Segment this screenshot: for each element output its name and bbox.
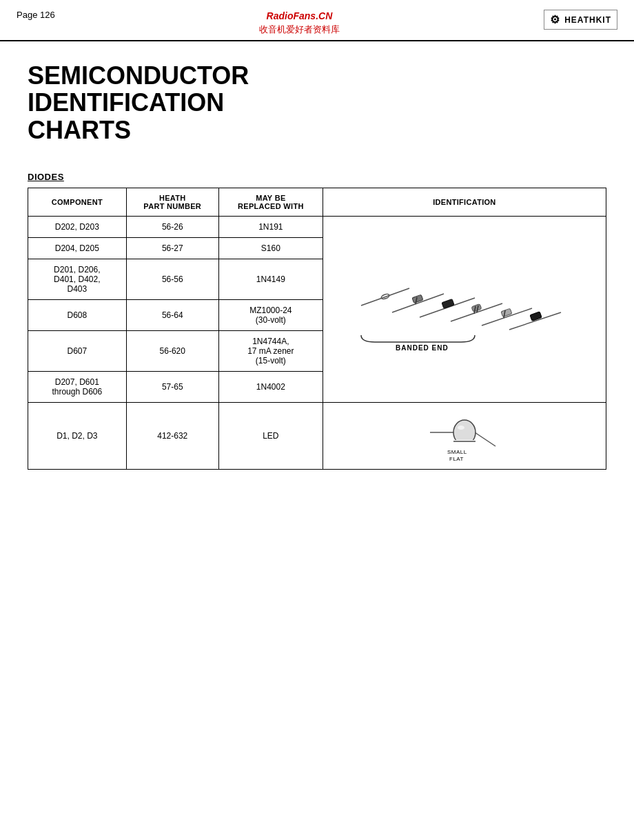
heath-cell: 56-620: [126, 330, 218, 371]
page-header: Page 126 RadioFans.CN 收音机爱好者资料库 ⚙ HEATHK…: [0, 0, 634, 41]
site-name: RadioFans.CN: [259, 10, 340, 23]
svg-text:SMALL: SMALL: [447, 449, 467, 455]
page-number: Page 126: [17, 10, 55, 20]
component-cell: D207, D601through D606: [28, 371, 127, 402]
svg-point-22: [458, 426, 464, 430]
heath-cell: 56-27: [126, 237, 218, 259]
heath-cell: 57-65: [126, 371, 218, 402]
svg-rect-6: [442, 299, 454, 309]
component-cell: D608: [28, 299, 127, 330]
logo-text: HEATHKIT: [564, 15, 611, 25]
led-illustration: SMALL FLAT: [330, 408, 599, 463]
col-header-replace: MAY BEREPLACED WITH: [218, 188, 323, 216]
diodes-table: COMPONENT HEATHPART NUMBER MAY BEREPLACE…: [28, 188, 606, 470]
heathkit-logo: ⚙ HEATHKIT: [544, 10, 617, 30]
replace-cell: LED: [218, 402, 323, 469]
table-row: D1, D2, D3 412-632 LED: [28, 402, 606, 469]
col-header-component: COMPONENT: [28, 188, 127, 216]
replace-cell: MZ1000-24(30-volt): [218, 299, 323, 330]
component-cell: D204, D205: [28, 237, 127, 259]
heath-cell: 56-56: [126, 259, 218, 299]
col-header-identification: IDENTIFICATION: [323, 188, 606, 216]
svg-line-18: [475, 432, 495, 446]
replace-cell: 1N4744A,17 mA zener(15-volt): [218, 330, 323, 371]
header-center: RadioFans.CN 收音机爱好者资料库: [259, 10, 340, 36]
site-subtitle: 收音机爱好者资料库: [259, 23, 340, 36]
replace-cell: 1N4002: [218, 371, 323, 402]
diodes-heading: DIODES: [28, 172, 606, 182]
diode-illustrations: BANDED END: [330, 268, 599, 350]
svg-line-0: [361, 288, 409, 306]
heath-cell: 56-64: [126, 299, 218, 330]
heath-cell: 56-26: [126, 216, 218, 237]
component-cell: D1, D2, D3: [28, 402, 127, 469]
page-title: SEMICONDUCTOR IDENTIFICATION CHARTS: [28, 62, 606, 144]
diode-id-cell: BANDED END: [323, 216, 606, 402]
replace-cell: S160: [218, 237, 323, 259]
component-cell: D607: [28, 330, 127, 371]
col-header-heath: HEATHPART NUMBER: [126, 188, 218, 216]
main-content: SEMICONDUCTOR IDENTIFICATION CHARTS DIOD…: [0, 41, 634, 497]
led-id-cell: SMALL FLAT: [323, 402, 606, 469]
heath-cell: 412-632: [126, 402, 218, 469]
svg-text:BANDED END: BANDED END: [396, 344, 449, 350]
component-cell: D202, D203: [28, 216, 127, 237]
diodes-svg: BANDED END: [354, 268, 575, 350]
replace-cell: 1N4149: [218, 259, 323, 299]
svg-text:FLAT: FLAT: [449, 456, 464, 462]
table-row: D202, D203 56-26 1N191: [28, 216, 606, 237]
diodes-section: DIODES COMPONENT HEATHPART NUMBER MAY BE…: [28, 172, 606, 470]
led-svg: SMALL FLAT: [423, 408, 506, 463]
component-cell: D201, D206,D401, D402,D403: [28, 259, 127, 299]
svg-rect-20: [453, 440, 476, 446]
replace-cell: 1N191: [218, 216, 323, 237]
logo-icon: ⚙: [550, 13, 560, 26]
